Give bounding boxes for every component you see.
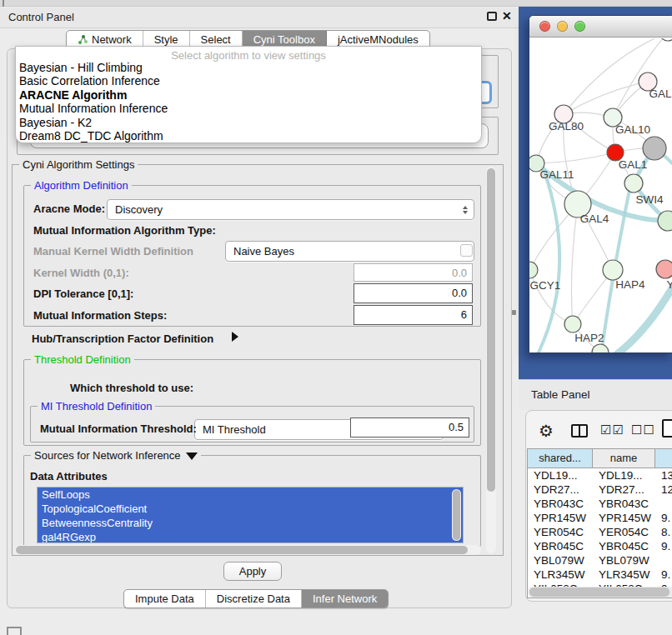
tab-infer-network[interactable]: Infer Network bbox=[302, 590, 388, 608]
table-row[interactable]: YER054CYER054C8. bbox=[528, 525, 672, 539]
column-header-2[interactable]: A bbox=[655, 449, 672, 468]
close-traffic-light-icon[interactable] bbox=[539, 21, 550, 32]
attribute-item-0[interactable]: SelfLoops bbox=[38, 488, 463, 502]
node-gal1-label: GAL1 bbox=[619, 158, 648, 171]
node-swi4[interactable] bbox=[624, 174, 643, 192]
table-horizontal-scrollbar[interactable] bbox=[528, 587, 672, 598]
table-cell: YBR043C bbox=[593, 497, 655, 511]
mi-algorithm-type-label: Mutual Information Algorithm Type: bbox=[33, 224, 216, 237]
attributes-scrollbar[interactable] bbox=[452, 489, 461, 541]
aracne-mode-value: Discovery bbox=[115, 203, 163, 216]
algorithm-option-4[interactable]: Bayesian - K2 bbox=[16, 116, 481, 129]
expand-arrow-icon[interactable] bbox=[232, 332, 238, 342]
mi-steps-field[interactable]: 6 bbox=[354, 305, 473, 325]
top-tick bbox=[3, 0, 4, 7]
node-unlabeled-gray[interactable] bbox=[643, 137, 666, 160]
tab-impute-data[interactable]: Impute Data bbox=[124, 590, 206, 608]
attribute-item-3[interactable]: gal4RGexp bbox=[38, 530, 463, 543]
table-cell: YBR045C bbox=[528, 539, 593, 553]
manual-kernel-width-checkbox[interactable] bbox=[460, 244, 473, 257]
table-cell: YDR27... bbox=[593, 482, 655, 497]
select-checks-icon[interactable]: ☑☑ bbox=[600, 422, 624, 438]
split-columns-icon[interactable] bbox=[571, 424, 588, 438]
algorithm-dropdown-popup: Select algorithm to view settings Bayesi… bbox=[15, 46, 482, 143]
tab-infer-network-label: Infer Network bbox=[313, 590, 377, 608]
table-cell: YDL19... bbox=[593, 468, 655, 482]
node-hap2[interactable] bbox=[564, 316, 581, 332]
data-attributes-label: Data Attributes bbox=[30, 470, 108, 482]
network-view-window: GALGAL80GAL10GAL1GAL11SWI4GAL4GCY1HAP4YH… bbox=[529, 15, 672, 353]
table-cell: YBL079W bbox=[593, 553, 655, 568]
table-cell: YDR27... bbox=[528, 482, 593, 497]
algorithm-definition-title: Algorithm Definition bbox=[31, 179, 132, 192]
kernel-width-label: Kernel Width (0,1): bbox=[33, 267, 129, 279]
column-header-0[interactable]: shared... bbox=[528, 449, 593, 468]
minimize-traffic-light-icon[interactable] bbox=[557, 21, 568, 32]
table-cell: YBR043C bbox=[528, 497, 593, 511]
data-attributes-list: SelfLoopsTopologicalCoefficientBetweenne… bbox=[37, 487, 464, 543]
node-gcy1[interactable] bbox=[529, 262, 538, 278]
node-hap4[interactable] bbox=[603, 260, 623, 280]
table-row[interactable]: YLR345WYLR345W9. bbox=[528, 568, 672, 582]
top-strip bbox=[0, 0, 672, 7]
node-partial-bottom[interactable] bbox=[592, 344, 609, 353]
table-row[interactable]: YBL079WYBL079W bbox=[528, 553, 672, 568]
table-cell: YER054C bbox=[593, 525, 655, 539]
table-row[interactable]: YDL19...YDL19...13 bbox=[528, 468, 672, 482]
mi-threshold-group-title: MI Threshold Definition bbox=[38, 400, 155, 412]
table-row[interactable]: YPR145WYPR145W9. bbox=[528, 511, 672, 525]
clear-checks-icon[interactable]: ☐☐ bbox=[631, 422, 655, 438]
mi-steps-label: Mutual Information Steps: bbox=[33, 309, 167, 322]
settings-group-title: Cyni Algorithm Settings bbox=[19, 158, 138, 171]
mi-algorithm-type-value: Naive Bayes bbox=[233, 245, 294, 258]
algorithm-option-2[interactable]: ARACNE Algorithm bbox=[16, 88, 481, 102]
node-hap4-label: HAP4 bbox=[615, 278, 645, 291]
settings-vertical-scrollbar[interactable] bbox=[486, 167, 496, 553]
zoom-traffic-light-icon[interactable] bbox=[574, 21, 585, 32]
threshold-definition-title: Threshold Definition bbox=[31, 353, 134, 366]
algorithm-option-5[interactable]: Dream8 DC_TDC Algorithm bbox=[16, 129, 481, 142]
splitter-grip[interactable] bbox=[512, 310, 516, 315]
node-swi4-label: SWI4 bbox=[635, 193, 663, 206]
tab-discretize-data-label: Discretize Data bbox=[217, 590, 290, 608]
table-cell: YDL19... bbox=[528, 468, 593, 482]
mi-threshold-field[interactable]: 0.5 bbox=[350, 418, 469, 438]
aracne-mode-select[interactable]: Discovery bbox=[107, 199, 474, 220]
column-header-1[interactable]: name bbox=[593, 449, 655, 468]
table-row[interactable]: YBR043CYBR043C bbox=[528, 497, 672, 511]
screen: Control Panel ✕ NetworkStyleSelectCyni T… bbox=[0, 0, 672, 635]
attribute-item-1[interactable]: TopologicalCoefficient bbox=[38, 502, 463, 516]
tab-discretize-data[interactable]: Discretize Data bbox=[206, 590, 302, 608]
mi-algorithm-type-select[interactable]: Naive Bayes bbox=[225, 241, 474, 262]
table-cell: YLR345W bbox=[528, 568, 593, 582]
aracne-mode-label: Aracne Mode: bbox=[33, 202, 105, 215]
tab-impute-data-label: Impute Data bbox=[135, 590, 194, 608]
algorithm-option-1[interactable]: Basic Correlation Inference bbox=[16, 74, 481, 88]
document-icon[interactable] bbox=[662, 419, 672, 438]
table-cell: 12 bbox=[655, 482, 672, 497]
network-window-titlebar[interactable] bbox=[529, 16, 672, 38]
dpi-tolerance-field[interactable]: 0.0 bbox=[354, 283, 473, 303]
close-icon[interactable]: ✕ bbox=[502, 9, 512, 22]
gear-icon[interactable]: ⚙ bbox=[539, 421, 554, 441]
attribute-item-2[interactable]: BetweennessCentrality bbox=[38, 516, 463, 530]
kernel-width-field[interactable]: 0.0 bbox=[354, 263, 473, 282]
collapse-arrow-icon[interactable] bbox=[186, 452, 198, 460]
algorithm-option-3[interactable]: Mutual Information Inference bbox=[16, 102, 481, 115]
network-canvas[interactable]: GALGAL80GAL10GAL1GAL11SWI4GAL4GCY1HAP4YH… bbox=[529, 38, 672, 353]
table-row[interactable]: YBR045CYBR045C9. bbox=[528, 539, 672, 553]
panel-toggle-button[interactable] bbox=[7, 627, 22, 635]
sources-group-title: Sources for Network Inference bbox=[31, 449, 201, 462]
node-partial-pink[interactable] bbox=[656, 260, 672, 278]
apply-button[interactable]: Apply bbox=[223, 562, 282, 581]
table-row[interactable]: YDR27...YDR27...12 bbox=[528, 482, 672, 497]
table-cell bbox=[655, 497, 672, 511]
algorithm-option-0[interactable]: Bayesian - Hill Climbing bbox=[16, 61, 481, 74]
float-panel-icon[interactable] bbox=[487, 12, 497, 21]
node-hap2-label: HAP2 bbox=[574, 332, 604, 344]
settings-horizontal-scrollbar[interactable] bbox=[14, 545, 481, 555]
table-cell: YER054C bbox=[528, 525, 593, 539]
node-table: shared...nameA YDL19...YDL19...13YDR27..… bbox=[527, 448, 672, 598]
table-cell: 9. bbox=[655, 511, 672, 525]
table-cell: 8. bbox=[655, 525, 672, 539]
